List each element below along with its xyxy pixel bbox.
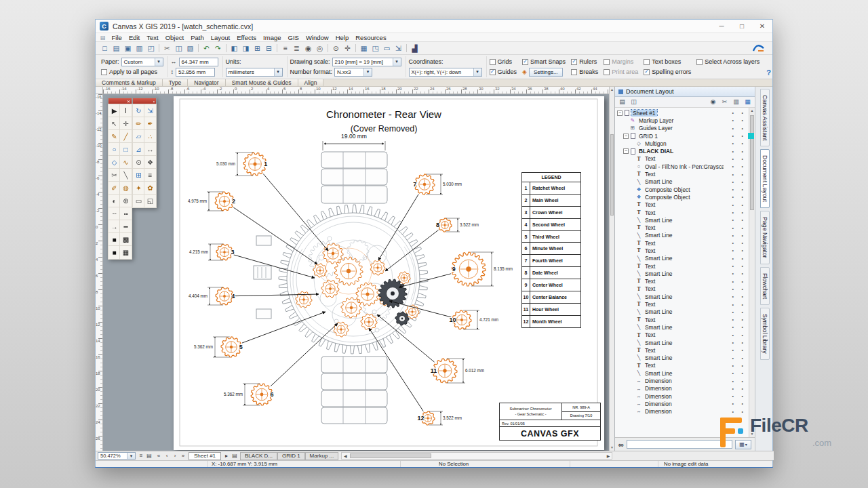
- smart-line-tool[interactable]: ⊿: [133, 143, 144, 156]
- layer-color-swatch[interactable]: [748, 133, 754, 139]
- polygon-tool[interactable]: ◇: [108, 156, 120, 169]
- pen-tool[interactable]: ✎: [108, 130, 120, 143]
- redo-icon[interactable]: ↷: [212, 43, 224, 54]
- palette-header[interactable]: ✕: [108, 98, 132, 104]
- rectangle-tool[interactable]: □: [120, 143, 132, 156]
- layer-row-dimension[interactable]: ↔Dimension••: [615, 385, 755, 392]
- layer-row-multigon[interactable]: ◇Multigon••: [615, 140, 755, 147]
- lock-dot[interactable]: •: [742, 110, 743, 115]
- copy-icon[interactable]: ◫: [173, 43, 184, 54]
- checkbox-text-boxes[interactable]: [644, 59, 650, 65]
- layer-row-sheet-1[interactable]: −Sheet #1••: [615, 109, 755, 117]
- text-tool[interactable]: I: [120, 104, 132, 117]
- palette-tab-type[interactable]: Type: [163, 79, 188, 86]
- visibility-dot[interactable]: •: [732, 279, 734, 284]
- lock-dot[interactable]: •: [742, 241, 743, 245]
- zoom-icon[interactable]: ⊙: [330, 43, 342, 54]
- page-thumbnails-icon[interactable]: ▤: [145, 452, 153, 460]
- visibility-dot[interactable]: •: [732, 172, 734, 177]
- palette-close-icon[interactable]: ✕: [127, 100, 130, 104]
- layer-row-dimension[interactable]: ↔Dimension••: [615, 377, 755, 384]
- pattern-swatch[interactable]: ▩: [120, 233, 132, 246]
- tree-expander-icon[interactable]: −: [623, 148, 629, 154]
- last-page-button[interactable]: »: [179, 452, 187, 460]
- guides-tool[interactable]: ≡: [144, 169, 156, 182]
- checkbox-rulers[interactable]: ✓: [571, 59, 577, 65]
- print-toggle-icon[interactable]: ▥: [732, 99, 741, 105]
- apply-all-checkbox[interactable]: [101, 69, 107, 75]
- visibility-dot[interactable]: •: [732, 187, 734, 192]
- lock-dot[interactable]: •: [742, 363, 743, 368]
- title-block[interactable]: Submariner Chronometer - Gear Schematic …: [499, 403, 601, 441]
- visibility-dot[interactable]: •: [732, 386, 734, 391]
- prev-page-button[interactable]: ‹: [163, 452, 171, 460]
- layer-row-grid-1[interactable]: −GRID 1••: [615, 132, 755, 140]
- scale-tool[interactable]: ⇲: [144, 104, 156, 117]
- layer-row-text[interactable]: TText••: [615, 247, 755, 254]
- page-list-icon[interactable]: ≡: [137, 452, 145, 460]
- visibility-dot[interactable]: •: [732, 126, 734, 131]
- scroll-left-icon[interactable]: ◀: [342, 453, 349, 459]
- spray-tool[interactable]: ∴: [144, 130, 156, 143]
- visibility-dot[interactable]: •: [732, 379, 734, 384]
- lock-dot[interactable]: •: [742, 134, 743, 138]
- visibility-dot[interactable]: •: [732, 302, 734, 307]
- layer-tab-black-d[interactable]: BLACK D...: [240, 452, 277, 460]
- visibility-dot[interactable]: •: [732, 394, 734, 399]
- find-icon[interactable]: ∞: [618, 441, 624, 449]
- lock-dot[interactable]: •: [742, 149, 743, 154]
- layer-row-text[interactable]: TText••: [615, 316, 755, 323]
- lock-dot[interactable]: •: [742, 356, 743, 361]
- menu-text[interactable]: Text: [143, 34, 161, 41]
- layer-row-text[interactable]: TText••: [615, 209, 755, 216]
- layer-row-text[interactable]: TText••: [615, 346, 755, 354]
- menu-image[interactable]: Image: [260, 34, 284, 41]
- layer-row-text[interactable]: TText••: [615, 278, 755, 285]
- document-page[interactable]: 15.030 mm24.975 mm34.215 mm44.404 mm55.3…: [174, 96, 604, 450]
- menu-path[interactable]: Path: [187, 34, 208, 41]
- zoom-select[interactable]: 50.472%: [98, 452, 136, 460]
- palette-header-2[interactable]: ▪: [133, 98, 156, 104]
- visibility-dot[interactable]: •: [732, 317, 734, 322]
- side-tab-document-layout[interactable]: Document Layout: [760, 149, 770, 208]
- lock-dot[interactable]: •: [742, 141, 743, 146]
- undo-icon[interactable]: ↶: [201, 43, 212, 54]
- maximize-button[interactable]: □: [732, 20, 752, 33]
- paper-height-input[interactable]: 52.856 mm: [176, 68, 215, 77]
- vertical-scrollbar[interactable]: ▲ ▼: [609, 87, 614, 451]
- lock-dot[interactable]: •: [742, 226, 743, 230]
- visibility-dot[interactable]: •: [732, 271, 734, 276]
- next-page-button[interactable]: ›: [171, 452, 179, 460]
- lock-dot[interactable]: •: [742, 340, 743, 345]
- menu-file[interactable]: File: [108, 34, 125, 41]
- visibility-dot[interactable]: •: [732, 401, 734, 406]
- side-tab-page-navigator[interactable]: Page Navigator: [760, 211, 770, 264]
- lock-dot[interactable]: •: [742, 157, 743, 161]
- help-button[interactable]: ?: [766, 68, 771, 77]
- layer-row-smart-line[interactable]: ╲Smart Line••: [615, 308, 755, 316]
- lock-dot[interactable]: •: [742, 264, 743, 268]
- move-tool[interactable]: ✛: [120, 117, 132, 130]
- dash-style-1[interactable]: ╌: [108, 207, 120, 220]
- grid-tool[interactable]: ⊞: [133, 169, 144, 182]
- lock-dot[interactable]: •: [742, 333, 743, 338]
- menu-object[interactable]: Object: [162, 34, 187, 41]
- visibility-dot[interactable]: •: [732, 203, 734, 207]
- checkbox-guides[interactable]: ✓: [490, 69, 496, 75]
- eyedropper-tool[interactable]: ✐: [108, 182, 120, 195]
- visibility-dot[interactable]: •: [732, 241, 734, 245]
- horizontal-scrollbar[interactable]: ◀ ▶: [341, 452, 612, 460]
- visibility-dot[interactable]: •: [732, 348, 734, 352]
- lock-dot[interactable]: •: [742, 271, 743, 276]
- layer-row-smart-line[interactable]: ╲Smart Line••: [615, 293, 755, 300]
- settings-button[interactable]: Settings...: [529, 68, 563, 77]
- lock-dot[interactable]: •: [742, 279, 743, 284]
- symbol-tool[interactable]: ✿: [144, 182, 156, 195]
- horizontal-scroll-thumb[interactable]: [350, 453, 431, 458]
- visibility-dot[interactable]: •: [732, 110, 734, 115]
- visibility-dot[interactable]: •: [732, 356, 734, 361]
- lock-dot[interactable]: •: [742, 164, 743, 169]
- select-across-checkbox[interactable]: [696, 59, 703, 65]
- frame-icon[interactable]: ◳: [370, 43, 381, 54]
- edit-lock-icon[interactable]: ✂: [720, 99, 729, 105]
